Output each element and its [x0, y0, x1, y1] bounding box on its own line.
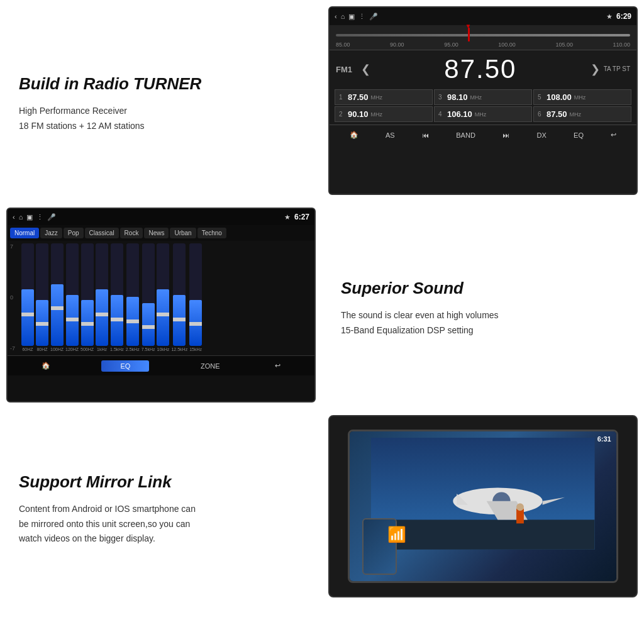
- tuner-mark-4: 100.00: [498, 42, 516, 48]
- freq-prev-button[interactable]: ❮: [361, 62, 370, 76]
- eq-statusbar: ‹ ⌂ ▣ ⋮ 🎤 ★ 6:27: [8, 209, 314, 225]
- eq-eq-button[interactable]: EQ: [101, 360, 149, 372]
- freq-next-button[interactable]: ❯: [591, 62, 600, 76]
- eq-band-4[interactable]: 500HZ: [80, 243, 94, 352]
- eq-slider-fill-1: [36, 300, 48, 346]
- eq-band-label-7: 2.5kHz: [126, 347, 140, 352]
- radio-band-button[interactable]: BAND: [452, 130, 479, 141]
- eq-band-6[interactable]: 1.5kHz: [110, 243, 124, 352]
- preset-3[interactable]: 5 108.00 MHz: [533, 89, 631, 105]
- eq-slider-fill-3: [66, 295, 79, 347]
- eq-band-9[interactable]: 10kHz: [157, 243, 169, 352]
- eq-slider-track-5: [96, 243, 108, 346]
- eq-preset-normal[interactable]: Normal: [10, 228, 39, 238]
- mirror-text-section: Support Mirror Link Content from Android…: [0, 409, 322, 604]
- eq-slider-track-3: [66, 243, 79, 346]
- preset-6[interactable]: 6 87.50 MHz: [533, 106, 631, 122]
- tuner-mark-6: 110.00: [613, 42, 630, 48]
- eq-sliders-area: 60HZ80HZ100HZ120HZ500HZ1kHz1.5kHz2.5kHz7…: [18, 241, 206, 354]
- radio-next-button[interactable]: ⏭: [499, 130, 513, 141]
- radio-eq-button[interactable]: EQ: [570, 130, 587, 141]
- radio-as-button[interactable]: AS: [382, 130, 399, 141]
- eq-slider-handle-5: [96, 313, 108, 316]
- eq-preset-news[interactable]: News: [144, 228, 169, 238]
- eq-screen: ‹ ⌂ ▣ ⋮ 🎤 ★ 6:27 Normal Jazz Pop Classic…: [6, 208, 316, 402]
- mic-icon: 🎤: [369, 13, 378, 21]
- eq-band-label-5: 1kHz: [97, 347, 107, 352]
- eq-slider-track-4: [81, 243, 94, 346]
- page-container: Build in Radio TURNER High Performance R…: [0, 0, 644, 604]
- eq-slider-track-2: [51, 243, 64, 346]
- eq-slider-track-6: [111, 243, 123, 346]
- preset-2[interactable]: 3 98.10 MHz: [434, 89, 532, 105]
- eq-slider-track-11: [189, 243, 202, 346]
- preset-freq-4: 90.10: [348, 109, 369, 119]
- sound-desc-line1: The sound is clear even at high volumes: [341, 310, 499, 320]
- eq-band-1[interactable]: 80HZ: [36, 243, 48, 352]
- eq-band-5[interactable]: 1kHz: [96, 243, 108, 352]
- radio-main: FM1 ❮ 87.50 ❯ TA TP ST: [330, 50, 636, 88]
- eq-band-3[interactable]: 120HZ: [65, 243, 79, 352]
- eq-slider-fill-7: [126, 297, 139, 346]
- eq-band-label-2: 100HZ: [50, 347, 64, 352]
- eq-band-8[interactable]: 7.5kHz: [142, 243, 155, 352]
- eq-band-11[interactable]: 15kHz: [189, 243, 202, 352]
- eq-preset-classical[interactable]: Classical: [85, 228, 119, 238]
- eq-band-label-11: 15kHz: [189, 347, 202, 352]
- eq-preset-jazz[interactable]: Jazz: [40, 228, 62, 238]
- mirror-screen: 6:31: [328, 415, 638, 597]
- eq-band-10[interactable]: 12.5kHz: [171, 243, 187, 352]
- eq-slider-handle-10: [173, 318, 186, 321]
- eq-slider-track-10: [173, 243, 186, 346]
- eq-slider-fill-6: [111, 295, 123, 347]
- sound-title: Superior Sound: [341, 279, 631, 298]
- eq-preset-urban[interactable]: Urban: [170, 228, 196, 238]
- eq-preset-rock[interactable]: Rock: [120, 228, 143, 238]
- radio-dx-button[interactable]: DX: [533, 130, 550, 141]
- eq-screen-section: ‹ ⌂ ▣ ⋮ 🎤 ★ 6:27 Normal Jazz Pop Classic…: [0, 201, 322, 409]
- preset-1[interactable]: 1 87.50 MHz: [335, 89, 433, 105]
- eq-band-0[interactable]: 60HZ: [21, 243, 34, 352]
- preset-unit-5: MHz: [475, 111, 487, 118]
- preset-freq-5: 106.10: [447, 109, 472, 119]
- preset-num-4: 2: [339, 111, 345, 118]
- eq-back-icon: ‹: [13, 213, 15, 221]
- preset-unit-2: MHz: [470, 94, 482, 101]
- eq-band-label-4: 500HZ: [80, 347, 94, 352]
- eq-slider-handle-7: [126, 319, 139, 323]
- eq-slider-fill-2: [51, 284, 64, 346]
- preset-4[interactable]: 2 90.10 MHz: [335, 106, 433, 122]
- radio-title: Build in Radio TURNER: [19, 74, 309, 94]
- radio-text-section: Build in Radio TURNER High Performance R…: [0, 0, 322, 201]
- radio-prev-button[interactable]: ⏮: [418, 130, 433, 141]
- eq-band-label-10: 12.5kHz: [171, 347, 187, 352]
- eq-band-2[interactable]: 100HZ: [50, 243, 64, 352]
- eq-preset-pop[interactable]: Pop: [64, 228, 84, 238]
- eq-level-labels: 7 0 -7: [8, 241, 18, 354]
- eq-home-button[interactable]: 🏠: [38, 360, 54, 372]
- preset-num-6: 6: [538, 111, 544, 118]
- fm-band-label: FM1: [336, 65, 352, 74]
- eq-preset-techno[interactable]: Techno: [197, 228, 226, 238]
- eq-level-low: -7: [10, 345, 15, 352]
- eq-home-icon: ⌂: [19, 213, 23, 221]
- home-icon: ⌂: [341, 13, 345, 20]
- tuner-mark-5: 105.00: [555, 42, 573, 48]
- preset-5[interactable]: 4 106.10 MHz: [434, 106, 532, 122]
- eq-back-button[interactable]: ↩: [271, 360, 284, 372]
- eq-bt-icon: ★: [284, 213, 291, 221]
- airplane-scene: 6:31: [350, 431, 616, 580]
- eq-zone-button[interactable]: ZONE: [197, 360, 224, 372]
- radio-home-button[interactable]: 🏠: [346, 129, 362, 141]
- sound-text-section: Superior Sound The sound is clear even a…: [322, 201, 644, 409]
- radio-desc-line2: 18 FM stations + 12 AM stations: [19, 121, 145, 131]
- eq-menu-icon: ⋮: [36, 213, 43, 221]
- mirror-desc-line1: Content from Android or IOS smartphone c…: [19, 504, 196, 514]
- eq-band-7[interactable]: 2.5kHz: [126, 243, 140, 352]
- svg-point-8: [516, 504, 524, 511]
- tuner-labels: 85.00 90.00 95.00 100.00 105.00 110.00: [336, 42, 630, 48]
- radio-back-button[interactable]: ↩: [607, 129, 620, 141]
- preset-freq-3: 108.00: [547, 92, 572, 102]
- statusbar-icons: ‹ ⌂ ▣ ⋮ 🎤: [335, 13, 378, 21]
- radio-desc: High Performance Receiver 18 FM stations…: [19, 104, 309, 134]
